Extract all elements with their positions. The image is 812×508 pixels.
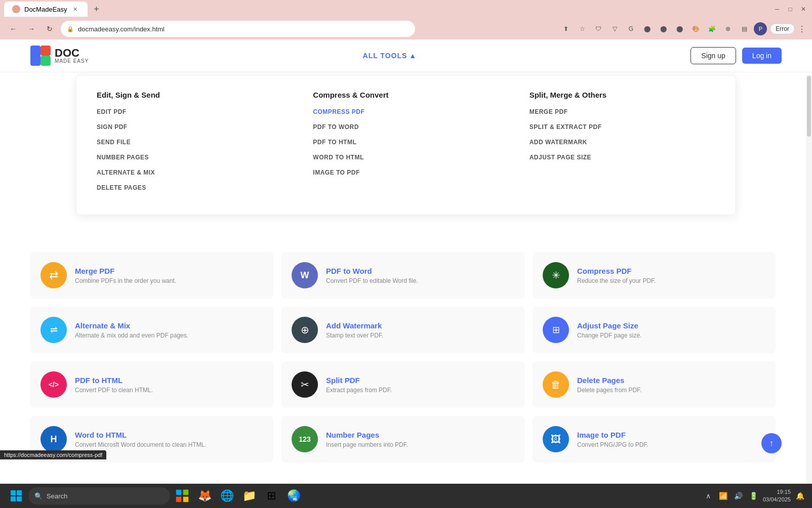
tool-card-number-pages[interactable]: 123 Number Pages Insert page numbers int… xyxy=(281,416,524,462)
dropdown-column-split: Split, Merge & Others MERGE PDF SPLIT & … xyxy=(530,91,715,199)
menu-item-image-to-pdf[interactable]: IMAGE TO PDF xyxy=(313,169,499,176)
extension3-icon[interactable]: ⬤ xyxy=(673,22,686,35)
menu-item-send-file[interactable]: SEND FILE xyxy=(97,139,282,146)
signup-button[interactable]: Sign up xyxy=(691,47,736,64)
wifi-icon[interactable]: 📶 xyxy=(717,490,729,502)
back-button[interactable]: ← xyxy=(6,22,20,36)
menu-item-word-to-html[interactable]: WORD TO HTML xyxy=(313,154,499,161)
taskbar-app-folder[interactable]: 📁 xyxy=(239,486,259,506)
svg-rect-5 xyxy=(11,496,16,501)
all-tools-button[interactable]: ALL TOOLS ▲ xyxy=(363,52,417,60)
battery-icon[interactable]: 🔋 xyxy=(748,490,760,502)
grammarly-icon[interactable]: G xyxy=(624,22,637,35)
taskbar-app-tiles[interactable]: ⊞ xyxy=(261,486,281,506)
tool-card-pdf-to-html[interactable]: </> PDF to HTML Convert PDF to clean HTM… xyxy=(30,361,273,408)
tool-card-adjust-page-size[interactable]: ⊞ Adjust Page Size Change PDF page size. xyxy=(533,307,776,353)
tool-card-pdf-to-word[interactable]: W PDF to Word Convert PDF to editable Wo… xyxy=(281,252,524,299)
maximize-button[interactable]: □ xyxy=(786,5,795,14)
tool-card-merge-pdf[interactable]: ⇄ Merge PDF Combine PDFs in the order yo… xyxy=(30,252,273,299)
error-button[interactable]: Error xyxy=(770,23,795,34)
notification-icon[interactable]: 🔔 xyxy=(794,490,806,502)
logo[interactable]: DOC MADE EASY xyxy=(30,46,89,66)
tool-card-delete-pages[interactable]: 🗑 Delete Pages Delete pages from PDF. xyxy=(533,361,776,408)
scroll-top-button[interactable]: ↑ xyxy=(761,433,782,453)
menu-item-delete-pages[interactable]: DELETE PAGES xyxy=(97,184,282,191)
merge-pdf-title: Merge PDF xyxy=(75,267,176,275)
puzzle-icon[interactable]: 🧩 xyxy=(705,22,718,35)
delete-pages-desc: Delete pages from PDF. xyxy=(577,387,641,394)
pdf-to-word-desc: Convert PDF to editable Word file. xyxy=(326,277,418,284)
split-pdf-info: Split PDF Extract pages from PDF. xyxy=(326,376,392,394)
menu-item-pdf-to-html[interactable]: PDF TO HTML xyxy=(313,139,499,146)
menu-item-pdf-to-word[interactable]: PDF TO WORD xyxy=(313,123,499,131)
menu-item-compress-pdf[interactable]: COMPRESS PDF xyxy=(313,108,499,115)
compress-pdf-desc: Reduce the size of your PDF. xyxy=(577,277,656,284)
minimize-button[interactable]: ─ xyxy=(773,5,782,14)
compress-pdf-title: Compress PDF xyxy=(577,267,656,275)
speaker-icon[interactable]: 🔊 xyxy=(733,490,745,502)
taskbar-app-firefox[interactable]: 🦊 xyxy=(194,486,215,506)
search-icon: 🔍 xyxy=(34,492,43,500)
close-button[interactable]: ✕ xyxy=(799,5,808,14)
taskbar-app-browser2[interactable]: 🌏 xyxy=(283,486,304,506)
url-tooltip: https://docmadeeasy.com/compress-pdf xyxy=(0,450,106,459)
taskbar-search-bar[interactable]: 🔍 Search xyxy=(28,487,170,504)
star-icon[interactable]: ☆ xyxy=(576,22,589,35)
image-to-pdf-icon: 🖼 xyxy=(543,426,569,452)
tool-card-compress-pdf[interactable]: ✳ Compress PDF Reduce the size of your P… xyxy=(533,252,776,299)
menu-item-add-watermark[interactable]: ADD WATERMARK xyxy=(530,139,715,146)
tool-card-split-pdf[interactable]: ✂ Split PDF Extract pages from PDF. xyxy=(281,361,524,408)
menu-item-number-pages[interactable]: NUMBER PAGES xyxy=(97,154,282,161)
svg-rect-1 xyxy=(40,46,51,56)
scrollbar-thumb[interactable] xyxy=(807,76,811,137)
tool-card-image-to-pdf[interactable]: 🖼 Image to PDF Convert PNG/JPG to PDF. xyxy=(533,416,776,462)
logo-sub: MADE EASY xyxy=(55,59,89,64)
active-tab[interactable]: DocMadeEasy ✕ xyxy=(4,2,88,17)
taskbar-app-chrome[interactable]: 🌐 xyxy=(217,486,237,506)
image-to-pdf-desc: Convert PNG/JPG to PDF. xyxy=(577,441,648,448)
svg-rect-10 xyxy=(183,497,189,502)
menu-item-split-extract[interactable]: SPLIT & EXTRACT PDF xyxy=(530,123,715,131)
profile-button[interactable]: P xyxy=(754,22,767,35)
taskbar-app-1[interactable] xyxy=(172,486,192,506)
login-button[interactable]: Log in xyxy=(742,48,782,64)
menu-item-sign-pdf[interactable]: SIGN PDF xyxy=(97,123,282,131)
shield-icon[interactable]: 🛡 xyxy=(592,22,605,35)
taskbar-time[interactable]: 19:15 03/04/2025 xyxy=(763,488,791,504)
browser-menu-button[interactable]: ⋮ xyxy=(798,24,806,34)
start-button[interactable] xyxy=(6,486,26,506)
search-input[interactable]: Search xyxy=(47,492,67,500)
tool-card-add-watermark[interactable]: ⊕ Add Watermark Stamp text over PDF. xyxy=(281,307,524,353)
tool-card-alternate-mix[interactable]: ⇌ Alternate & Mix Alternate & mix odd an… xyxy=(30,307,273,353)
extension2-icon[interactable]: ⬤ xyxy=(657,22,670,35)
delete-pages-info: Delete Pages Delete pages from PDF. xyxy=(577,376,641,394)
window-controls: ─ □ ✕ xyxy=(773,5,808,14)
scrollbar[interactable] xyxy=(806,75,812,484)
taskbar-clock: 19:15 xyxy=(763,488,791,496)
menu-item-alternate-mix[interactable]: ALTERNATE & MIX xyxy=(97,169,282,176)
new-tab-button[interactable]: + xyxy=(90,2,104,16)
tab-bar: DocMadeEasy ✕ + ─ □ ✕ xyxy=(0,0,812,18)
add-watermark-title: Add Watermark xyxy=(326,321,383,330)
colorful-icon[interactable]: 🎨 xyxy=(689,22,702,35)
image-to-pdf-title: Image to PDF xyxy=(577,431,648,439)
menu-item-merge-pdf[interactable]: MERGE PDF xyxy=(530,108,715,115)
svg-rect-7 xyxy=(176,490,182,495)
forward-button[interactable]: → xyxy=(24,22,38,36)
vpn-icon[interactable]: ▽ xyxy=(608,22,621,35)
menu-item-adjust-page-size[interactable]: ADJUST PAGE SIZE xyxy=(530,154,715,161)
dropdown-col-title-split: Split, Merge & Others xyxy=(530,91,715,99)
menu-item-edit-pdf[interactable]: EDIT PDF xyxy=(97,108,282,115)
sidebar-icon[interactable]: ▤ xyxy=(738,22,751,35)
merge-pdf-icon: ⇄ xyxy=(40,262,67,288)
logo-doc: DOC xyxy=(55,48,89,59)
compress-pdf-icon: ✳ xyxy=(543,262,569,288)
tab-close-button[interactable]: ✕ xyxy=(71,5,79,13)
vpn2-icon[interactable]: ⊗ xyxy=(721,22,735,35)
taskbar-chevron-icon[interactable]: ∧ xyxy=(702,490,714,502)
extension1-icon[interactable]: ⬤ xyxy=(640,22,654,35)
url-bar[interactable]: 🔒 docmadeeasy.com/index.html xyxy=(61,21,415,37)
merge-pdf-info: Merge PDF Combine PDFs in the order you … xyxy=(75,267,176,284)
reload-button[interactable]: ↻ xyxy=(43,22,57,36)
share-icon[interactable]: ⬆ xyxy=(559,22,573,35)
